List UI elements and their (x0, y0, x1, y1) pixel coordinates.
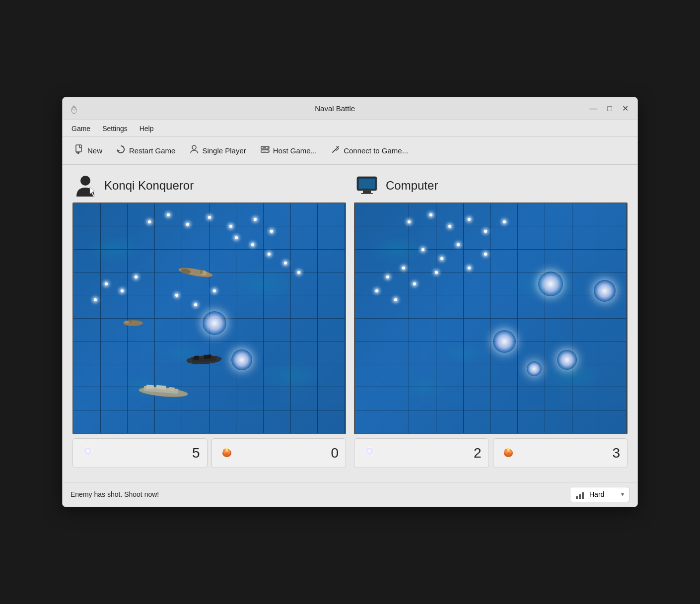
computer-avatar-icon (354, 173, 380, 199)
ship-destroyer (175, 263, 216, 282)
svg-point-10 (268, 147, 269, 148)
svg-rect-28 (146, 385, 154, 389)
difficulty-dropdown[interactable]: Hard ▾ (570, 487, 630, 502)
svg-rect-39 (204, 354, 211, 359)
miss-18 (194, 303, 197, 306)
main-content: Konqi Konqueror (63, 165, 637, 482)
player1-elements (73, 203, 345, 433)
app-icon (69, 103, 79, 114)
player2-misses-count: 2 (474, 445, 482, 461)
p2-miss-10 (402, 267, 405, 269)
p2-explosion-3 (493, 330, 516, 353)
svg-point-42 (87, 450, 89, 452)
miss-4 (208, 216, 211, 219)
hit-score-icon (219, 443, 235, 463)
p2-miss-11 (386, 275, 389, 278)
player1-misses-box: 5 (72, 438, 208, 468)
svg-point-11 (268, 150, 269, 151)
host-game-button[interactable]: Host Game... (254, 141, 323, 160)
svg-line-14 (333, 149, 336, 152)
svg-point-20 (124, 321, 129, 324)
explosion-1 (203, 311, 226, 335)
ship-submarine (121, 318, 145, 328)
restart-label: Restart Game (129, 146, 175, 155)
miss-14 (121, 289, 124, 292)
player1-section: Konqi Konqueror (72, 173, 346, 468)
svg-rect-38 (194, 355, 199, 360)
p2-explosion-5 (527, 361, 542, 376)
svg-rect-63 (576, 496, 578, 499)
ship-sunk (184, 352, 224, 367)
player2-misses-box: 2 (354, 438, 489, 468)
player-avatar-icon (72, 173, 98, 199)
player1-grid[interactable] (72, 202, 346, 434)
difficulty-label: Hard (589, 490, 618, 498)
p2-miss-4 (468, 218, 471, 221)
new-button[interactable]: New (69, 141, 108, 160)
player2-grid[interactable] (354, 202, 628, 434)
player2-scores: 2 3 (354, 438, 628, 468)
menubar: Game Settings Help (63, 120, 637, 137)
server-icon (260, 144, 270, 157)
miss-19 (213, 289, 216, 292)
miss-8 (235, 236, 238, 239)
svg-point-48 (226, 448, 228, 451)
svg-rect-51 (363, 191, 371, 193)
p2-miss-17 (484, 253, 487, 256)
player1-misses-count: 5 (192, 445, 200, 461)
minimize-button[interactable]: — (586, 103, 600, 114)
menu-help[interactable]: Help (135, 123, 159, 134)
p2-explosion-4 (557, 350, 577, 370)
connect-button[interactable]: Connect to Game... (325, 141, 414, 160)
p2-hit-score-icon (500, 443, 516, 463)
menu-game[interactable]: Game (67, 123, 95, 134)
singleplayer-button[interactable]: Single Player (183, 141, 252, 160)
restart-button[interactable]: Restart Game (110, 141, 181, 160)
miss-17 (175, 294, 178, 297)
p2-miss-5 (484, 230, 487, 233)
miss-9 (251, 243, 254, 246)
miss-12 (297, 271, 300, 274)
miss-15 (135, 275, 138, 278)
plug-icon (331, 144, 341, 157)
player2-section: Computer (354, 173, 628, 468)
singleplayer-label: Single Player (202, 146, 246, 155)
p2-miss-score-icon (361, 443, 377, 463)
player2-name: Computer (386, 179, 438, 193)
svg-point-17 (80, 176, 90, 186)
p2-explosion-2 (594, 280, 616, 302)
miss-7 (270, 230, 273, 233)
new-icon (74, 144, 84, 157)
p2-miss-1 (408, 220, 411, 223)
miss-16 (94, 298, 97, 301)
player2-hits-box: 3 (493, 438, 628, 468)
new-label: New (87, 146, 102, 155)
miss-5 (229, 225, 232, 228)
svg-rect-64 (579, 494, 581, 499)
menu-settings[interactable]: Settings (97, 123, 133, 134)
maximize-button[interactable]: □ (604, 103, 615, 114)
player1-hits-count: 0 (331, 445, 339, 461)
person-icon (189, 144, 199, 157)
restart-icon (116, 144, 126, 157)
app-window: Naval Battle — □ ✕ Game Settings Help Ne… (62, 97, 638, 507)
player2-hits-count: 3 (612, 445, 620, 461)
toolbar: New Restart Game Single Player Host Game… (63, 137, 637, 165)
svg-line-16 (338, 146, 339, 147)
p2-miss-16 (468, 267, 471, 269)
svg-rect-29 (156, 385, 166, 390)
p2-miss-8 (440, 257, 443, 260)
connect-label: Connect to Game... (344, 146, 408, 155)
player1-hits-box: 0 (211, 438, 347, 468)
p2-miss-15 (394, 298, 397, 301)
miss-1 (148, 220, 151, 223)
svg-rect-3 (76, 145, 81, 152)
p2-miss-9 (457, 243, 460, 246)
close-button[interactable]: ✕ (619, 103, 631, 114)
svg-point-62 (507, 448, 509, 451)
miss-10 (268, 253, 271, 256)
p2-miss-3 (448, 225, 451, 228)
svg-rect-53 (359, 179, 375, 189)
svg-rect-30 (168, 387, 175, 391)
player1-canvas (73, 203, 345, 433)
